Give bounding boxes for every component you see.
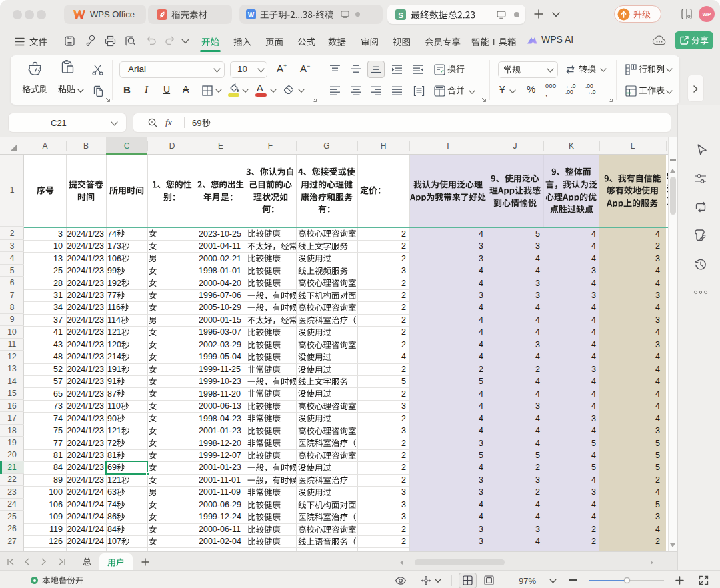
svg-text:→.0: →.0 [585, 89, 596, 95]
svg-text:S: S [398, 11, 403, 19]
svg-text:.00: .00 [565, 89, 573, 95]
svg-text:W: W [248, 11, 255, 19]
